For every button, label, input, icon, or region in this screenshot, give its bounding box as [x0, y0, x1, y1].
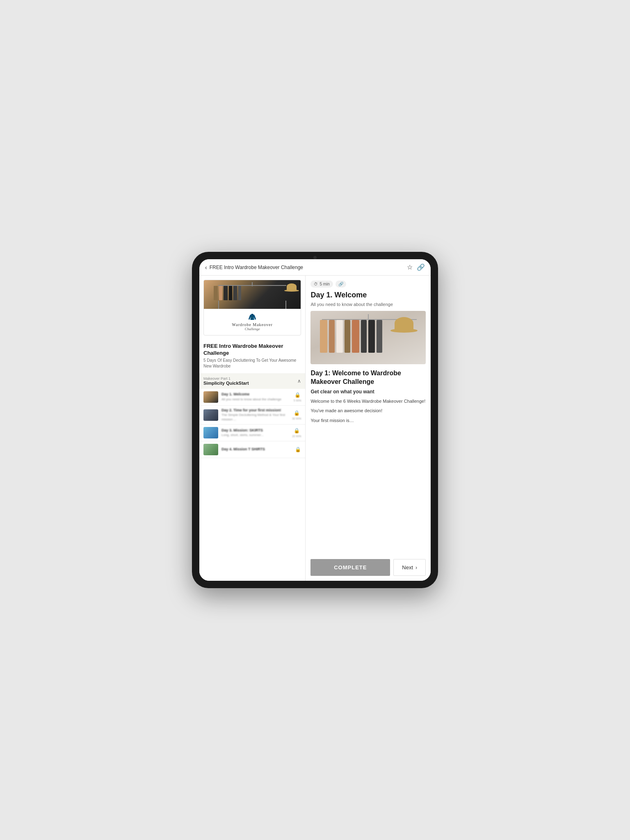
- lesson-desc-2: The Simple Decluttering Method & Your fi…: [221, 413, 289, 422]
- lesson-info-3: Day 3. Mission: SKIRTS Long, short, skir…: [221, 428, 289, 438]
- chevron-up-icon: ∧: [297, 378, 301, 384]
- course-cover: 🧥 Wardrobe Makeover Challenge: [203, 280, 301, 336]
- lesson-title-4: Day 4. Mission T SHIRTS: [221, 447, 292, 452]
- sidebar: 🧥 Wardrobe Makeover Challenge FREE Intro…: [199, 276, 306, 581]
- body-paragraph-1: Welcome to the 6 Weeks Wardrobe Makeover…: [310, 398, 426, 405]
- cover-title-sub: Challenge: [208, 327, 297, 331]
- get-clear-subheading: Get clear on what you want: [310, 389, 426, 395]
- header-title: FREE Intro Wardrobe Makeover Challenge: [210, 265, 303, 270]
- cover-title-main: Wardrobe Makeover: [208, 322, 297, 327]
- day-heading: Day 1: Welcome to Wardrobe Makeover Chal…: [310, 369, 426, 386]
- lesson-thumbnail-4: [203, 444, 218, 455]
- hero-rack-container: [310, 311, 426, 364]
- meta-badges: ⏱ 5 min 🔗: [310, 281, 426, 288]
- lesson-right-4: 🔒: [295, 447, 301, 452]
- module-header-text: Makeover Part 1 Simplicity QuickStart: [203, 377, 249, 386]
- body-paragraph-2: You've made an awesome decision!: [310, 407, 426, 415]
- module-header[interactable]: Makeover Part 1 Simplicity QuickStart ∧: [199, 373, 305, 389]
- hero-image-bg: [310, 311, 426, 364]
- content-panel: ⏱ 5 min 🔗 Day 1. Welcome All you need to…: [306, 276, 431, 581]
- lesson-duration-3: 20 MIN: [292, 435, 301, 438]
- lesson-item[interactable]: Day 1. Welcome All you need to know abou…: [199, 389, 305, 406]
- lesson-right-2: 🔒 30 MIN: [292, 410, 301, 420]
- lesson-tagline: All you need to know about the challenge: [310, 302, 426, 307]
- lesson-item[interactable]: Day 4. Mission T SHIRTS 🔒: [199, 441, 305, 458]
- lesson-duration-1: 5 MIN: [294, 399, 301, 402]
- link-icon[interactable]: 🔗: [417, 263, 425, 271]
- lesson-thumbnail-2: [203, 409, 218, 421]
- next-label: Next: [402, 564, 413, 571]
- lesson-title-3: Day 3. Mission: SKIRTS: [221, 428, 289, 433]
- lock-icon-4: 🔒: [295, 447, 301, 452]
- module-name: Simplicity QuickStart: [203, 381, 249, 386]
- lesson-item[interactable]: Day 3. Mission: SKIRTS Long, short, skir…: [199, 425, 305, 441]
- header-right: ☆ 🔗: [407, 263, 425, 271]
- bottom-actions: COMPLETE Next ›: [310, 554, 426, 576]
- lesson-duration-2: 30 MIN: [292, 417, 301, 420]
- clock-icon: ⏱: [314, 282, 318, 286]
- hero-image: [310, 311, 426, 364]
- cover-image: [204, 280, 301, 309]
- hanger-icon: 🧥: [208, 313, 297, 321]
- hat-illustration: [286, 283, 297, 292]
- lesson-info-4: Day 4. Mission T SHIRTS: [221, 447, 292, 452]
- lesson-info-2: Day 2. Time for your first mission! The …: [221, 408, 289, 422]
- lesson-right-3: 🔒 20 MIN: [292, 428, 301, 438]
- lock-icon-2: 🔒: [294, 410, 300, 416]
- body-paragraph-3: Your first mission is…: [310, 417, 426, 425]
- header: ‹ FREE Intro Wardrobe Makeover Challenge…: [199, 259, 431, 276]
- lesson-title-2: Day 2. Time for your first mission!: [221, 408, 289, 413]
- header-left: ‹ FREE Intro Wardrobe Makeover Challenge: [205, 264, 303, 271]
- cover-text: 🧥 Wardrobe Makeover Challenge: [204, 309, 301, 335]
- lesson-heading: Day 1. Welcome: [310, 291, 426, 299]
- next-arrow-icon: ›: [415, 565, 417, 571]
- time-badge: ⏱ 5 min: [310, 281, 333, 288]
- tablet-device: ‹ FREE Intro Wardrobe Makeover Challenge…: [192, 252, 438, 588]
- hero-clothes: [320, 320, 382, 353]
- lesson-desc-3: Long, short, skirts, summer...: [221, 433, 289, 437]
- lock-icon-1: 🔒: [294, 392, 301, 398]
- clothes-items: [214, 286, 296, 300]
- link-badge[interactable]: 🔗: [336, 281, 346, 288]
- lesson-info-1: Day 1. Welcome All you need to know abou…: [221, 392, 290, 402]
- lesson-right-1: 🔒 5 MIN: [294, 392, 301, 402]
- clothing-rack-illustration: [204, 280, 301, 309]
- lesson-thumbnail-3: [203, 427, 218, 438]
- back-icon[interactable]: ‹: [205, 264, 207, 271]
- next-button[interactable]: Next ›: [393, 559, 426, 576]
- lesson-thumbnail-1: [203, 391, 218, 403]
- course-subtitle: 5 Days Of Easy Decluttering To Get Your …: [199, 358, 305, 373]
- lock-icon-3: 🔒: [294, 428, 300, 434]
- lesson-item[interactable]: Day 2. Time for your first mission! The …: [199, 406, 305, 425]
- tablet-screen: ‹ FREE Intro Wardrobe Makeover Challenge…: [199, 259, 431, 581]
- lesson-desc-1: All you need to know about the challenge: [221, 397, 290, 402]
- main-content: 🧥 Wardrobe Makeover Challenge FREE Intro…: [199, 276, 431, 581]
- favorite-icon[interactable]: ☆: [407, 263, 413, 271]
- hero-hat: [394, 317, 414, 333]
- rack-legs: [218, 301, 286, 309]
- lesson-title-1: Day 1. Welcome: [221, 392, 290, 397]
- time-label: 5 min: [320, 282, 329, 286]
- module-part: Makeover Part 1: [203, 377, 249, 381]
- camera: [313, 256, 317, 259]
- complete-button[interactable]: COMPLETE: [310, 559, 390, 576]
- course-title: FREE Intro Wardrobe Makeover Challenge: [199, 340, 305, 358]
